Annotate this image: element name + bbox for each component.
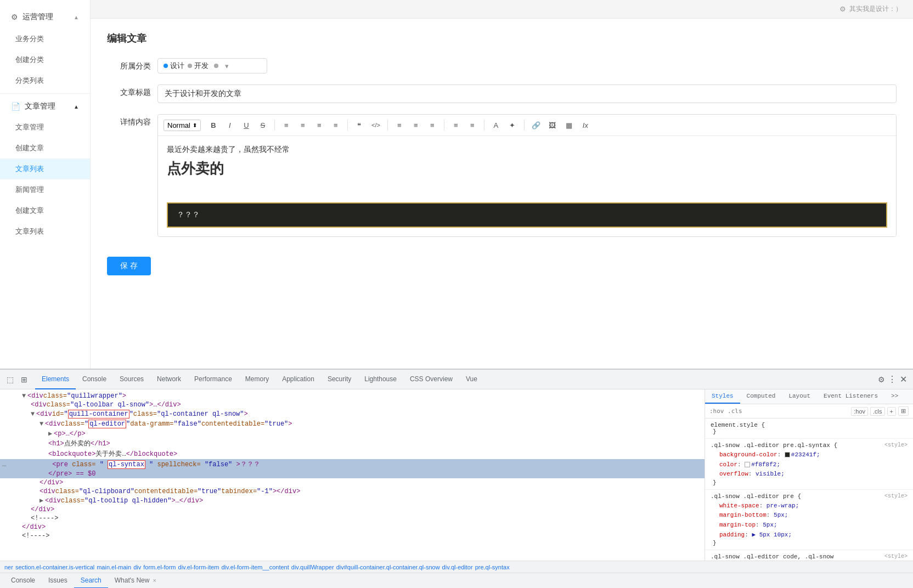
sidebar-item-create-article[interactable]: 创建文章 (0, 138, 90, 159)
devtools-tab-memory[interactable]: Memory (239, 370, 275, 389)
breadcrumb-item-section[interactable]: section.el-container.is-vertical (15, 564, 94, 570)
devtools-tab-performance[interactable]: Performance (188, 370, 239, 389)
ordered-list-button[interactable]: ≡ (392, 118, 407, 132)
sidebar-item-news-mgmt[interactable]: 新闻管理 (0, 179, 90, 200)
bottom-tab-console[interactable]: Console (4, 573, 42, 589)
dom-line-12[interactable]: ▶ <div class= "ql-tooltip ql-hidden" >…<… (0, 496, 705, 505)
breadcrumb-item-ql-container[interactable]: div#quill-container.ql-container.ql-snow (336, 564, 440, 570)
table-button[interactable]: ▦ (562, 118, 576, 132)
justify-button[interactable]: ≡ (329, 118, 343, 132)
article-title-input[interactable] (157, 84, 897, 103)
devtools-settings-icon[interactable]: ⚙ (876, 374, 887, 385)
sidebar-ops-management[interactable]: ⚙ 运营管理 ▲ (0, 5, 90, 29)
styles-tab-computed[interactable]: Computed (740, 389, 782, 404)
styles-tab-event-listeners[interactable]: Event Listeners (817, 389, 884, 404)
underline-button[interactable]: U (239, 118, 253, 132)
italic-button[interactable]: I (223, 118, 237, 132)
align-right-button[interactable]: ≡ (312, 118, 326, 132)
dom-line-16[interactable]: <!----> (0, 532, 705, 540)
styles-tab-more[interactable]: >> (884, 389, 905, 404)
breadcrumb-item-form-item[interactable]: div.el-form-item (178, 564, 219, 570)
font-color-button[interactable]: A (489, 118, 503, 132)
devtools-tab-security[interactable]: Security (321, 370, 358, 389)
align-center-button[interactable]: ≡ (296, 118, 310, 132)
expand-arrow-5[interactable]: ▶ (48, 429, 54, 438)
dom-line-11[interactable]: <div class= "ql-clipboard" contenteditab… (0, 487, 705, 496)
breadcrumb-item-ql-editor[interactable]: div.ql-editor (442, 564, 473, 570)
devtools-device-icon[interactable]: ⊞ (19, 374, 30, 385)
expand-arrow[interactable]: ▼ (22, 392, 27, 400)
format-select[interactable]: Normal ⬍ (164, 120, 201, 131)
editor-content[interactable]: 最近外卖越来越贵了，虽然我不经常 点外卖的 pre.ql-syntax 1311… (158, 136, 896, 236)
sidebar-item-article-mgmt[interactable]: 文章管理 (0, 117, 90, 138)
breadcrumb-item-form-item-content[interactable]: div.el-form-item__content (222, 564, 289, 570)
breadcrumb-item-ner[interactable]: ner (4, 564, 13, 570)
image-button[interactable]: 🖼 (545, 118, 560, 132)
dom-line-1[interactable]: ▼ <div class= "quillwrapper" > (0, 392, 705, 400)
devtools-tab-lighthouse[interactable]: Lighthouse (358, 370, 403, 389)
dom-line-8[interactable]: … <pre class= " ql-syntax " spellcheck= … (0, 459, 705, 470)
devtools-tab-css-overview[interactable]: CSS Overview (403, 370, 459, 389)
sidebar-item-biz-category[interactable]: 业务分类 (0, 29, 90, 49)
dom-line-5[interactable]: ▶ <p>…</p> (0, 429, 705, 438)
breadcrumb-item-div[interactable]: div (133, 564, 141, 570)
sidebar-item-category-list[interactable]: 分类列表 (0, 70, 90, 91)
dom-line-7[interactable]: <blockquote> 关于外卖… </blockquote> (0, 449, 705, 459)
clear-format-button[interactable]: Ix (578, 118, 593, 132)
color-swatch-bg[interactable] (785, 452, 790, 457)
sidebar-item-article-list[interactable]: 文章列表 (0, 159, 90, 179)
expand-arrow-4[interactable]: ▼ (40, 420, 45, 428)
dom-line-15[interactable]: </div> (0, 523, 705, 532)
devtools-tab-console[interactable]: Console (76, 370, 113, 389)
dom-line-4[interactable]: ▼ <div class= " ql-editor " data-gramm= … (0, 419, 705, 429)
dom-line-14[interactable]: <!----> (0, 514, 705, 523)
devtools-inspect-icon[interactable]: ⬚ (4, 374, 15, 385)
devtools-tab-vue[interactable]: Vue (459, 370, 484, 389)
breadcrumb-item-main[interactable]: main.el-main (97, 564, 131, 570)
code-block-button[interactable]: </> (369, 118, 383, 132)
sidebar-article-management[interactable]: 📄 文章管理 ▲ (0, 96, 90, 117)
indent-button[interactable]: ≡ (425, 118, 439, 132)
filter-add-btn[interactable]: + (887, 407, 896, 416)
highlight-button[interactable]: ✦ (505, 118, 520, 132)
close-icon[interactable]: × (153, 577, 156, 584)
dom-line-10[interactable]: </div> (0, 478, 705, 487)
align-left-button[interactable]: ≡ (279, 118, 294, 132)
styles-tab-styles[interactable]: Styles (705, 389, 740, 404)
link-button[interactable]: 🔗 (529, 118, 543, 132)
filter-hov-btn[interactable]: :hov (851, 407, 868, 416)
styles-tab-layout[interactable]: Layout (782, 389, 817, 404)
dom-line-6[interactable]: <h1> 点外卖的 </h1> (0, 438, 705, 449)
dom-line-13[interactable]: </div> (0, 505, 705, 514)
expand-arrow-12[interactable]: ▶ (40, 496, 45, 505)
blockquote-button[interactable]: ❝ (352, 118, 367, 132)
bottom-tab-search[interactable]: Search (74, 573, 108, 589)
devtools-more-icon[interactable]: ⋮ (887, 374, 898, 385)
devtools-tab-elements[interactable]: Elements (35, 370, 76, 389)
category-selector[interactable]: 设计 开发 ▾ (157, 58, 267, 74)
breadcrumb-item-form[interactable]: form.el-form (143, 564, 176, 570)
dom-line-3[interactable]: ▼ <div id= " quill-container " class= "q… (0, 409, 705, 419)
dom-line-2[interactable]: <div class= "ql-toolbar ql-snow" >…</div… (0, 400, 705, 409)
breadcrumb-item-ql-syntax[interactable]: pre.ql-syntax (475, 564, 510, 570)
expand-arrow-3[interactable]: ▼ (31, 410, 36, 418)
indent-left-button[interactable]: ≡ (449, 118, 463, 132)
bottom-tab-whats-new[interactable]: What's New × (108, 573, 163, 589)
filter-cls-btn[interactable]: .cls (870, 407, 885, 416)
sidebar-item-create-article-2[interactable]: 创建文章 (0, 200, 90, 221)
devtools-tab-network[interactable]: Network (150, 370, 188, 389)
color-swatch-text[interactable] (745, 462, 750, 467)
styles-filter-input[interactable] (709, 408, 849, 415)
indent-right-button[interactable]: ≡ (465, 118, 480, 132)
bullet-list-button[interactable]: ≡ (409, 118, 423, 132)
bottom-tab-issues[interactable]: Issues (42, 573, 74, 589)
sidebar-item-article-list-2[interactable]: 文章列表 (0, 221, 90, 242)
devtools-close-icon[interactable]: ✕ (898, 374, 909, 385)
sidebar-item-create-category[interactable]: 创建分类 (0, 49, 90, 70)
save-button[interactable]: 保 存 (107, 257, 151, 275)
devtools-tab-sources[interactable]: Sources (113, 370, 150, 389)
strike-button[interactable]: S (256, 118, 270, 132)
breadcrumb-item-quillwrapper[interactable]: div.quillWrapper (291, 564, 334, 570)
devtools-tab-application[interactable]: Application (275, 370, 321, 389)
bold-button[interactable]: B (206, 118, 221, 132)
